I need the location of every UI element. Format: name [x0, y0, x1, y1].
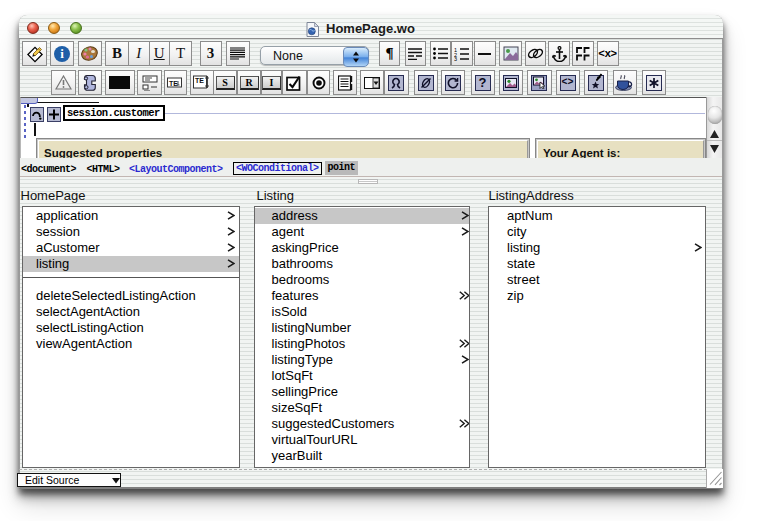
svg-text:TE: TE [195, 77, 204, 84]
svg-text:3: 3 [454, 56, 457, 61]
